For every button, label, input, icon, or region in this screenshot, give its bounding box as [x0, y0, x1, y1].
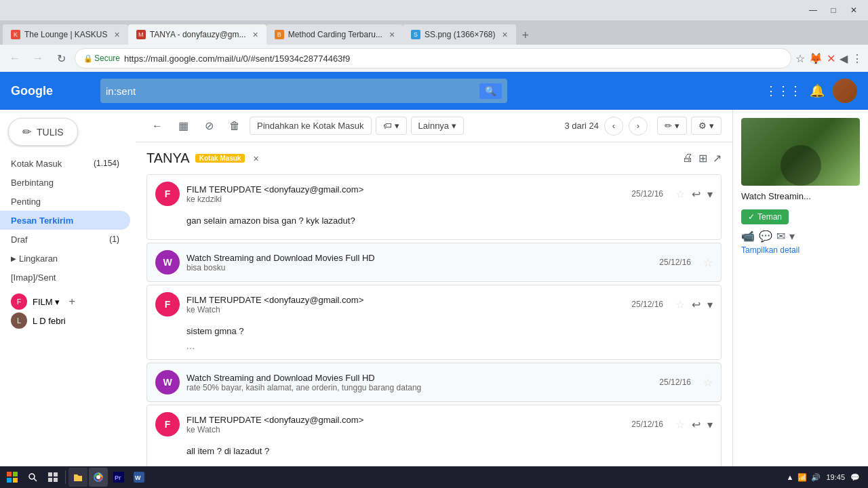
back-to-list-button[interactable]: ← [146, 115, 168, 137]
settings-button[interactable]: ⚙▾ [691, 117, 722, 135]
volume-icon[interactable]: 🔊 [811, 473, 821, 482]
tab-kaskus[interactable]: K The Lounge | KASKUS × [3, 24, 128, 45]
forward-button[interactable]: → [28, 49, 47, 68]
email-from-2: Watch Streaming and Download Movies Full… [186, 253, 652, 263]
search-taskbar-button[interactable] [23, 468, 42, 487]
ss-favicon: S [411, 30, 420, 39]
contact-more-icon[interactable]: ▾ [789, 230, 795, 243]
back-button[interactable]: ← [5, 49, 24, 68]
user-avatar[interactable] [833, 79, 857, 103]
friend-button[interactable]: ✓ Teman [741, 209, 789, 224]
new-tab-button[interactable]: + [516, 26, 535, 45]
sidebar-label-ldfebri[interactable]: L L D febri [0, 311, 136, 330]
tab-gmail-close[interactable]: × [253, 29, 258, 40]
contact-chat-icon[interactable]: 💬 [759, 230, 772, 243]
svg-point-11 [96, 475, 100, 479]
bookmark-icon[interactable]: ☆ [795, 52, 805, 65]
address-text[interactable]: https://mail.google.com/mail/u/0/#sent/1… [124, 54, 783, 64]
move-to-inbox-button[interactable]: Pindahkan ke Kotak Masuk [250, 117, 372, 135]
contact-email-icon[interactable]: ✉ [776, 230, 785, 243]
archive-button[interactable]: ▦ [172, 115, 194, 137]
search-input[interactable] [106, 85, 479, 97]
delete-button[interactable]: 🗑 [224, 115, 245, 137]
print-icon[interactable]: 🖨 [682, 152, 693, 165]
word-taskbar[interactable]: W [130, 468, 149, 487]
email-body-3: sistem gmna ? ... [147, 323, 721, 359]
task-view-button[interactable] [43, 468, 62, 487]
next-page-button[interactable]: › [629, 117, 648, 136]
email-star-1[interactable]: ☆ [675, 188, 685, 201]
svg-rect-0 [7, 472, 12, 476]
sidebar-item-important[interactable]: Penting [0, 192, 130, 211]
clock[interactable]: 19:45 [826, 473, 845, 481]
chrome-taskbar[interactable] [89, 468, 108, 487]
notifications-icon[interactable]: 🔔 [810, 83, 825, 98]
contact-video-icon[interactable]: 📹 [741, 230, 755, 243]
search-button[interactable]: 🔍 [479, 83, 502, 99]
network-icon[interactable]: 📶 [797, 473, 807, 482]
reply-button-5[interactable]: ↩ [692, 418, 701, 431]
tray-icon-1[interactable]: ▲ [787, 473, 794, 481]
tab-ss[interactable]: S SS.png (1366×768) × [403, 24, 516, 45]
sidebar-label-film[interactable]: F FILM ▾ + [0, 292, 136, 311]
sidebar-item-sent[interactable]: Pesan Terkirim [0, 211, 130, 230]
back-icon: ← [152, 120, 163, 132]
email-header-3[interactable]: F FILM TERUPDATE <donyfauzy@gmail.com> k… [147, 285, 721, 323]
more-menu-5[interactable]: ▾ [707, 418, 713, 431]
inbox-tag[interactable]: Kotak Masuk [195, 154, 245, 163]
label-button[interactable]: 🏷 ▾ [376, 117, 407, 135]
reply-button-1[interactable]: ↩ [692, 188, 701, 201]
email-header-1[interactable]: F FILM TERUPDATE <donyfauzy@gmail.com> k… [147, 175, 721, 213]
external-link-icon[interactable]: ↗ [713, 152, 722, 165]
maximize-button[interactable]: □ [825, 3, 842, 18]
file-explorer-taskbar[interactable] [68, 468, 87, 487]
inbox-tag-close[interactable]: × [253, 153, 258, 164]
extension-icon[interactable]: ◀ [840, 52, 848, 65]
report-button[interactable]: ⊘ [198, 115, 220, 137]
sidebar-item-drafts[interactable]: Draf (1) [0, 230, 130, 249]
edit-button[interactable]: ✏▾ [657, 117, 687, 135]
addon-icon[interactable]: ✕ [827, 52, 835, 65]
email-header-2[interactable]: W Watch Streaming and Download Movies Fu… [147, 243, 721, 281]
email-star-3[interactable]: ☆ [675, 298, 685, 311]
prev-page-button[interactable]: ‹ [604, 117, 623, 136]
more-actions-button[interactable]: Lainnya ▾ [411, 117, 464, 135]
expand-thread-icon[interactable]: ⊞ [698, 152, 707, 165]
check-icon: ✓ [748, 212, 755, 222]
start-button[interactable] [3, 468, 22, 487]
sidebar-item-inbox[interactable]: Kotak Masuk (1.154) [0, 154, 130, 173]
tab-gmail[interactable]: M TANYA - donyfauzy@gm... × [128, 24, 267, 45]
email-header-4[interactable]: W Watch Streaming and Download Movies Fu… [147, 363, 721, 401]
premiere-taskbar[interactable]: Pr [109, 468, 128, 487]
tab-method-close[interactable]: × [389, 29, 395, 40]
tab-ss-close[interactable]: × [502, 29, 508, 40]
email-star-2[interactable]: ☆ [703, 256, 713, 269]
more-detail-link[interactable]: Tampilkan detail [741, 243, 860, 258]
close-button[interactable]: ✕ [845, 3, 863, 18]
sidebar-item-imap-sent[interactable]: [Imap]/Sent [0, 268, 130, 287]
add-label-button[interactable]: + [65, 295, 79, 308]
email-message-2: W Watch Streaming and Download Movies Fu… [146, 243, 722, 282]
reply-button-3[interactable]: ↩ [692, 298, 701, 311]
tab-kaskus-close[interactable]: × [115, 29, 120, 40]
film-label-text: FILM ▾ [33, 297, 60, 307]
tab-kaskus-title: The Lounge | KASKUS [24, 30, 108, 39]
more-menu-3[interactable]: ▾ [707, 298, 713, 311]
email-star-5[interactable]: ☆ [675, 418, 685, 431]
minimize-button[interactable]: — [804, 3, 822, 18]
history-icon[interactable]: 🦊 [809, 52, 823, 65]
email-header-5[interactable]: F FILM TERUPDATE <donyfauzy@gmail.com> k… [147, 405, 721, 443]
sidebar-item-starred[interactable]: Berbintang [0, 173, 130, 192]
tab-method[interactable]: B Method Carding Terbaru... × [267, 24, 403, 45]
compose-button[interactable]: ✏ TULIS [8, 118, 78, 146]
sidebar-item-circles[interactable]: ▶ Lingkaran [0, 249, 130, 268]
apps-icon[interactable]: ⋮⋮⋮ [765, 83, 802, 98]
expand-button-3[interactable]: ... [186, 342, 713, 351]
notification-button[interactable]: 💬 [850, 473, 860, 482]
menu-icon[interactable]: ⋮ [852, 52, 863, 65]
refresh-button[interactable]: ↻ [52, 49, 71, 68]
email-star-4[interactable]: ☆ [703, 376, 713, 389]
more-menu-1[interactable]: ▾ [707, 188, 713, 201]
svg-rect-6 [48, 472, 52, 476]
email-body-preview-2: bisa bosku [186, 263, 652, 272]
